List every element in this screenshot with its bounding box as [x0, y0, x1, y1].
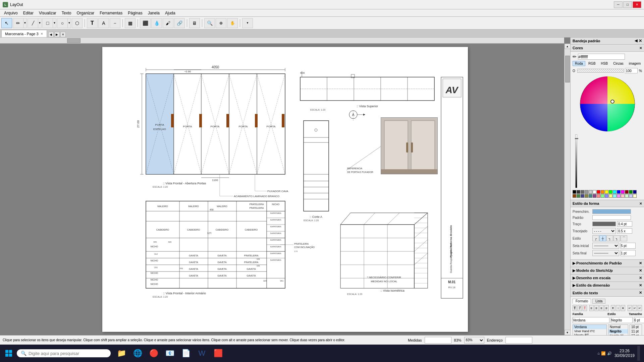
cores-close-icon[interactable]: ✕ — [639, 46, 642, 50]
preset-silver[interactable] — [589, 190, 592, 194]
pencil-tool[interactable]: ✏ — [13, 18, 23, 28]
p5[interactable] — [589, 194, 592, 198]
taskbar-word[interactable]: W — [195, 346, 209, 361]
menu-visualizar[interactable]: Visualizar — [36, 9, 59, 16]
taskbar-explorer[interactable]: 📁 — [114, 346, 129, 361]
font-size-input[interactable] — [634, 317, 644, 323]
preset-dred[interactable] — [625, 190, 629, 194]
preenchimento-close[interactable]: ✕ — [639, 261, 642, 265]
preenchimento-header[interactable]: ▶ Preenchimento de Padrão ✕ — [571, 260, 644, 267]
valign-top-button[interactable]: ⬆ — [611, 305, 615, 311]
vertical-scrollbar[interactable]: ▲ ▼ — [564, 44, 570, 335]
address-input[interactable] — [505, 337, 532, 344]
preset-yellow[interactable] — [605, 190, 608, 194]
preset-dblue[interactable] — [633, 190, 637, 194]
panel-arrow-icon[interactable]: ◀ — [635, 39, 637, 43]
taskbar-outlook[interactable]: 📧 — [162, 346, 177, 361]
brightness-thumb[interactable] — [575, 138, 578, 139]
valign-mid-button[interactable]: ↕ — [616, 305, 620, 311]
color-tab-hsb[interactable]: HSB — [599, 61, 610, 66]
preset-lgray[interactable] — [585, 190, 588, 194]
estilo-forma-header[interactable]: Estilo da forma ✕ — [571, 200, 644, 207]
flow3-button[interactable]: ↵ — [638, 305, 642, 311]
sketchup-close[interactable]: ✕ — [639, 268, 642, 273]
maximize-button[interactable]: □ — [623, 1, 632, 8]
menu-arquivo[interactable]: Arquivo — [1, 9, 20, 16]
line-tool[interactable]: ╱ — [28, 18, 38, 28]
search-input[interactable] — [29, 351, 107, 356]
align-justify-button[interactable]: ≡ — [604, 305, 609, 311]
preset-blue[interactable] — [617, 190, 621, 194]
sample-tool[interactable]: 💧 — [151, 18, 162, 28]
more-tools[interactable]: ▼ — [242, 18, 253, 28]
scroll-thumb[interactable] — [67, 38, 80, 43]
flow2-button[interactable]: ↵ — [633, 305, 637, 311]
taskbar-pdf[interactable]: 📄 — [178, 346, 193, 361]
menu-texto[interactable]: Texto — [59, 9, 74, 16]
dimension-tool[interactable]: ↔ — [110, 18, 120, 28]
p8[interactable] — [601, 194, 604, 198]
color-tab-cinzas[interactable]: Cinzas — [611, 61, 626, 66]
preset-red[interactable] — [597, 190, 600, 194]
zoom-in-tool[interactable]: 🔍 — [204, 18, 215, 28]
bold-button[interactable]: T — [573, 305, 577, 311]
size-11[interactable]: 11 pt — [630, 329, 642, 334]
padrao-color[interactable] — [592, 215, 631, 220]
estilo-forma-close[interactable]: ✕ — [639, 202, 642, 205]
align-right-button[interactable]: ≡ — [599, 305, 604, 311]
estilo-texto-close[interactable]: ✕ — [639, 291, 642, 295]
shape-dropdown[interactable]: ▼ — [53, 18, 56, 28]
color-value-input[interactable] — [578, 54, 625, 60]
brightness-bar[interactable] — [575, 134, 577, 188]
opacity-input[interactable] — [625, 68, 638, 73]
eraser-tool[interactable]: ⬛ — [140, 18, 151, 28]
font-item-verdana[interactable]: Verdana — [573, 325, 606, 329]
text-tab-lista[interactable]: Lista — [592, 299, 605, 304]
estilo-dimensao-header[interactable]: ▶ Estilo da dimensão ✕ — [571, 282, 644, 289]
p7[interactable] — [597, 194, 600, 198]
circle-dropdown[interactable]: ▼ — [68, 18, 71, 28]
italic-button[interactable]: T — [578, 305, 582, 311]
estilo-btn-3[interactable]: ┐ — [606, 235, 613, 241]
style-item-normal[interactable]: Normal — [608, 325, 628, 329]
medidas-input[interactable] — [425, 337, 451, 344]
font-family-input[interactable] — [573, 317, 609, 323]
menu-ferramentas[interactable]: Ferramentas — [97, 9, 125, 16]
seta-final-value[interactable] — [621, 250, 636, 256]
panel-close-icon[interactable]: ✕ — [639, 39, 642, 43]
scroll-up[interactable]: ▲ — [565, 44, 571, 49]
minimize-button[interactable]: ─ — [614, 1, 623, 8]
pencil-tool-dropdown[interactable]: ▼ — [23, 18, 27, 28]
tracejado-select[interactable]: - - - - ───── -·-·- — [592, 228, 616, 234]
scroll-thumb-v[interactable] — [565, 56, 570, 82]
estilo-btn-1[interactable]: ┌ — [592, 235, 599, 241]
align-left-button[interactable]: ≡ — [589, 305, 594, 311]
cores-header[interactable]: Cores ✕ — [571, 45, 644, 52]
p4[interactable] — [585, 194, 588, 198]
estilo-btn-4[interactable]: ╮ — [613, 235, 620, 241]
traco-value[interactable] — [617, 221, 632, 227]
taskbar-edge[interactable]: 🌐 — [130, 346, 145, 361]
font-size-list[interactable]: 10 pt 11 pt 12 pt 14 pt 16 pt 18 pt 20 p… — [630, 324, 642, 335]
p6[interactable] — [593, 194, 596, 198]
text-tool[interactable]: T — [87, 18, 98, 28]
size-10[interactable]: 10 pt — [630, 325, 642, 329]
color-text-button[interactable]: T — [583, 305, 587, 311]
flow1-button[interactable]: ↵ — [628, 305, 632, 311]
pan-tool[interactable]: ✋ — [227, 18, 238, 28]
p14[interactable] — [625, 194, 629, 198]
sketchup-header[interactable]: ▶ Modelo do SketchUp ✕ — [571, 267, 644, 275]
taskbar-app3[interactable]: 🔴 — [146, 346, 161, 361]
start-button[interactable] — [1, 349, 16, 358]
opacity-bar[interactable] — [577, 69, 624, 73]
font-style-input[interactable] — [611, 317, 633, 323]
estilo-btn-5[interactable]: ⌒ — [621, 235, 627, 241]
seta-inicial-select[interactable]: ────── ──────▶ ◀────── — [592, 243, 619, 249]
color-wheel-container[interactable] — [579, 75, 636, 132]
p2[interactable] — [577, 194, 580, 198]
line-dropdown[interactable]: ▼ — [38, 18, 42, 28]
font-family-list[interactable]: Verdana Viner Hand ITC Vineta BT Vivaldi… — [573, 324, 607, 335]
color-tab-imagem[interactable]: imagem — [627, 61, 643, 66]
menu-janela[interactable]: Janela — [145, 9, 162, 16]
preset-green[interactable] — [609, 190, 612, 194]
